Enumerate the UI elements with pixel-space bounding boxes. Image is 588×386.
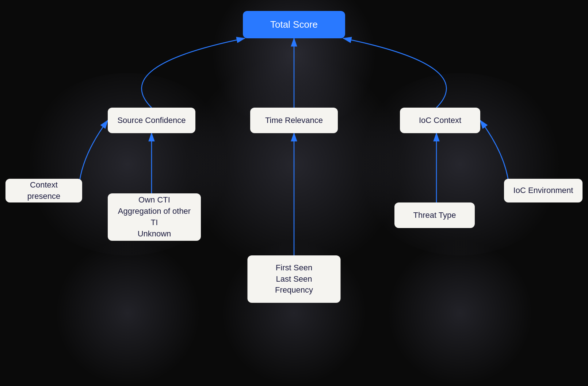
source-confidence-label: Source Confidence [117,115,186,126]
time-relevance-label: Time Relevance [265,115,323,126]
arrows-svg [0,0,588,386]
own-cti-label: Own CTI Aggregation of other TI Unknown [117,194,192,239]
own-cti-card: Own CTI Aggregation of other TI Unknown [108,193,201,241]
context-presence-label: Context presence [14,180,73,202]
threat-type-card: Threat Type [394,202,475,228]
glow-bottom-left [55,240,201,386]
first-seen-label: First Seen Last Seen Frequency [275,262,313,296]
ioc-context-card: IoC Context [400,108,480,133]
glow-bottom-right [387,240,533,386]
threat-type-label: Threat Type [413,210,456,221]
total-score-label: Total Score [270,18,318,31]
diagram-container: Total Score Source Confidence Time Relev… [0,0,588,386]
glow-right [351,73,570,255]
context-presence-card: Context presence [5,179,82,202]
ioc-environment-card: IoC Environment [504,179,583,202]
glow-center [184,55,404,274]
ioc-context-label: IoC Context [419,115,461,126]
source-confidence-card: Source Confidence [108,108,195,133]
total-score-card: Total Score [243,11,345,38]
ioc-environment-label: IoC Environment [513,185,573,196]
first-seen-card: First Seen Last Seen Frequency [248,255,341,303]
time-relevance-card: Time Relevance [250,108,338,133]
